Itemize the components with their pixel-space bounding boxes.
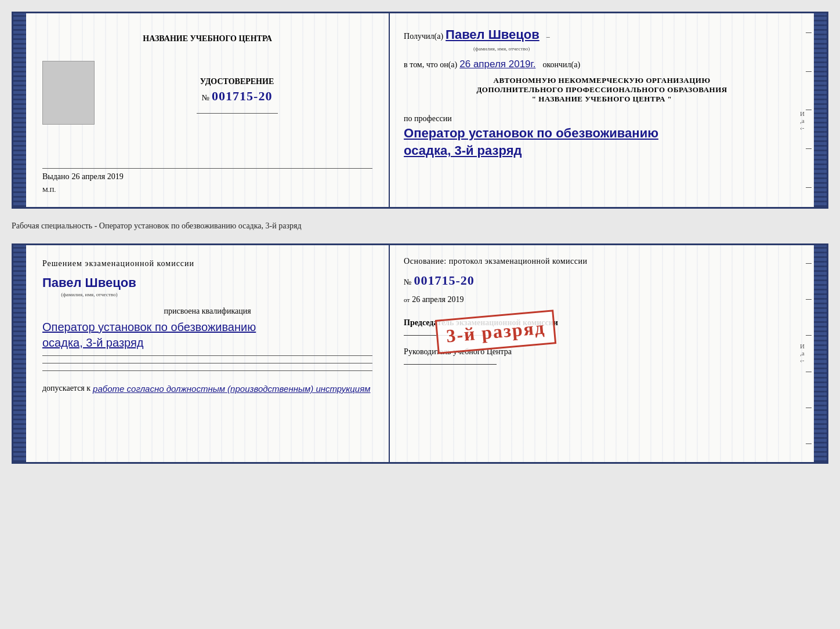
doc2-person-block: Павел Швецов (фамилия, имя, отчество) [42, 275, 136, 297]
doc2-date-value: 26 апреля 2019 [412, 295, 464, 304]
doc1-hint-letters: И ,а ‹- [800, 110, 805, 131]
doc1-profession-value: Оператор установок по обезвоживанию [404, 126, 800, 141]
doc1-school-name: НАЗВАНИЕ УЧЕБНОГО ЦЕНТРА [143, 34, 271, 43]
doc1-mp: М.П. [42, 186, 372, 193]
spine-left-1 [13, 13, 26, 207]
doc1-cert-label: УДОСТОВЕРЕНИЕ [200, 77, 274, 86]
doc2-allowed-value: работе согласно должностным (производств… [93, 384, 370, 394]
doc2-director-sig [404, 364, 497, 365]
photo-placeholder [42, 61, 95, 125]
doc2-date-prefix: от [404, 296, 410, 303]
stamp-text: 3-й разряд [446, 317, 546, 347]
doc1-org-block: АВТОНОМНУЮ НЕКОММЕРЧЕСКУЮ ОРГАНИЗАЦИЮ ДО… [404, 76, 800, 104]
doc1-org-line1: АВТОНОМНУЮ НЕКОММЕРЧЕСКУЮ ОРГАНИЗАЦИЮ [404, 76, 800, 85]
doc1-profession-label: по профессии [404, 114, 800, 123]
doc2-left-page: Решением экзаменационной комиссии Павел … [26, 245, 390, 462]
doc2-allowed-block: допускается к работе согласно должностны… [42, 381, 370, 396]
doc2-qualification-label: присвоена квалификация [42, 307, 372, 316]
doc1-finished: окончил(а) [542, 60, 580, 70]
doc2-right-page: Основание: протокол экзаменационной коми… [390, 245, 814, 462]
doc2-protocol-row: № 001715-20 [404, 273, 800, 288]
doc2-protocol-prefix: № [404, 278, 411, 287]
doc2-allowed-label: допускается к [42, 384, 90, 393]
doc1-right-page: Получил(а) Павел Швецов – (фамилия, имя,… [390, 13, 814, 207]
doc1-that-date: 26 апреля 2019г. [459, 59, 535, 70]
doc2-qualification-value2: осадка, 3-й разряд [42, 336, 143, 350]
doc1-org-line3: " НАЗВАНИЕ УЧЕБНОГО ЦЕНТРА " [404, 94, 800, 104]
document-2: Решением экзаменационной комиссии Павел … [12, 243, 828, 464]
doc1-that-prefix: в том, что он(а) [404, 60, 457, 70]
spine-right-2 [814, 245, 827, 462]
doc1-dash1: – [546, 32, 550, 41]
doc2-person-name: Павел Швецов [42, 275, 136, 290]
page-container: НАЗВАНИЕ УЧЕБНОГО ЦЕНТРА УДОСТОВЕРЕНИЕ №… [12, 12, 828, 464]
doc1-org-line2: ДОПОЛНИТЕЛЬНОГО ПРОФЕССИОНАЛЬНОГО ОБРАЗО… [404, 85, 800, 94]
doc1-issued-date: 26 апреля 2019 [72, 172, 124, 181]
doc2-right-lines [806, 245, 814, 462]
doc2-fio-caption: (фамилия, имя, отчество) [42, 292, 136, 297]
doc2-qualification-value1: Оператор установок по обезвоживанию [42, 321, 256, 334]
doc1-cert-number: 001715-20 [212, 89, 272, 104]
doc1-fio-caption: (фамилия, имя, отчество) [473, 46, 800, 52]
doc2-basis-label: Основание: протокол экзаменационной коми… [404, 257, 800, 266]
doc1-received-prefix: Получил(а) [404, 32, 443, 41]
doc1-right-lines [806, 13, 814, 207]
doc1-issued-row: Выдано 26 апреля 2019 [42, 172, 372, 181]
doc1-received-name: Павел Швецов [446, 27, 540, 42]
doc1-specialty-value: осадка, 3-й разряд [404, 143, 800, 158]
doc2-hint-letters: И ,а ‹- [800, 343, 805, 363]
doc1-cert-prefix: № [202, 93, 209, 103]
doc2-protocol-number: 001715-20 [414, 273, 474, 288]
doc1-cert-number-row: № 001715-20 [202, 89, 273, 104]
doc2-date-row: от 26 апреля 2019 [404, 295, 800, 304]
doc2-decision-label: Решением экзаменационной комиссии [42, 259, 194, 268]
spine-right-1 [814, 13, 827, 207]
doc1-that-row: в том, что он(а) 26 апреля 2019г. окончи… [404, 59, 800, 70]
document-1: НАЗВАНИЕ УЧЕБНОГО ЦЕНТРА УДОСТОВЕРЕНИЕ №… [12, 12, 828, 209]
doc1-received-row: Получил(а) Павел Швецов – [404, 27, 800, 42]
between-label: Рабочая специальность - Оператор установ… [12, 219, 828, 233]
doc1-left-page: НАЗВАНИЕ УЧЕБНОГО ЦЕНТРА УДОСТОВЕРЕНИЕ №… [26, 13, 390, 207]
spine-left-2 [13, 245, 26, 462]
doc1-issued-label: Выдано [42, 172, 70, 181]
